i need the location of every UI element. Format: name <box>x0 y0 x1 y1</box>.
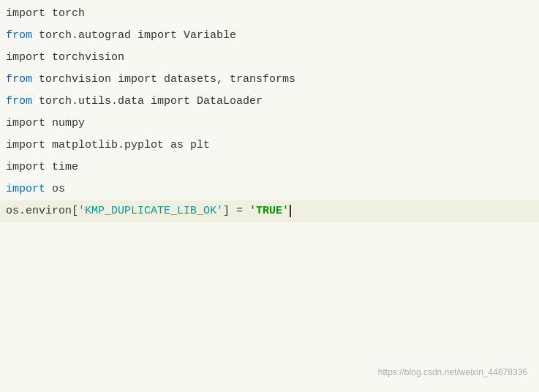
code-editor: import torchfrom torch.autograd import V… <box>0 0 539 225</box>
code-line-9: import os <box>6 178 533 200</box>
code-line-2: from torch.autograd import Variable <box>6 25 533 47</box>
code-line-7: import matplotlib.pyplot as plt <box>6 135 533 157</box>
code-line-6: import numpy <box>6 113 533 135</box>
code-line-4: from torchvision import datasets, transf… <box>6 69 533 91</box>
code-line-8: import time <box>6 157 533 178</box>
watermark: https://blog.csdn.net/weixin_44878336 <box>378 361 527 383</box>
code-line-11: os.environ['KMP_DUPLICATE_LIB_OK'] = 'TR… <box>0 200 539 222</box>
code-line-3: import torchvision <box>6 47 533 69</box>
code-line-5: from torch.utils.data import DataLoader <box>6 91 533 113</box>
code-line-1: import torch <box>6 3 533 25</box>
